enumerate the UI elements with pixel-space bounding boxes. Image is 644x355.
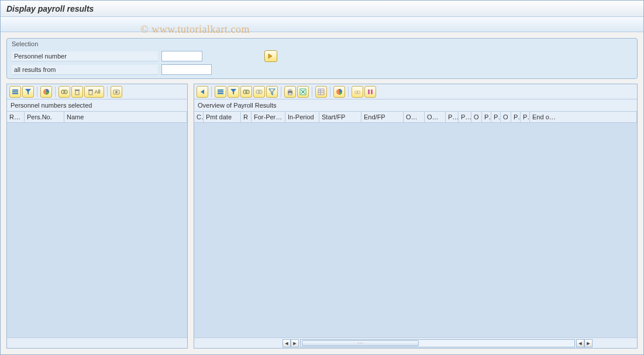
- left-col-r[interactable]: R…: [7, 112, 25, 122]
- all-results-from-input[interactable]: [161, 64, 212, 75]
- svg-rect-1: [12, 91, 18, 92]
- delete-all-button[interactable]: All: [84, 86, 104, 98]
- right-col-p1[interactable]: P…: [446, 112, 459, 122]
- svg-rect-14: [218, 93, 223, 94]
- horizontal-scrollbar[interactable]: [300, 339, 575, 347]
- right-col-p2[interactable]: P…: [459, 112, 471, 122]
- arrow-right-icon: [267, 53, 274, 60]
- all-label: All: [94, 89, 100, 95]
- right-col-startfp[interactable]: Start/FP: [319, 112, 361, 122]
- details-icon: [217, 88, 224, 95]
- sort-button[interactable]: [228, 86, 239, 98]
- right-col-oc2[interactable]: OC …: [425, 112, 446, 122]
- scroll-right-end-button[interactable]: ►: [584, 339, 593, 347]
- trash-icon: [88, 88, 94, 95]
- right-col-forperiod[interactable]: For-Peri…: [252, 112, 285, 122]
- right-col-c[interactable]: C: [194, 112, 204, 122]
- details-button[interactable]: [215, 86, 226, 98]
- toolbar-separator: [107, 87, 108, 97]
- right-col-o1[interactable]: O: [471, 112, 482, 122]
- toolbar-separator: [211, 87, 212, 97]
- print-button[interactable]: [284, 86, 296, 98]
- pie-chart-icon: [336, 88, 343, 95]
- column-button[interactable]: [364, 86, 376, 98]
- right-grid-header: C Pmt date R For-Peri… In-Period Start/F…: [194, 111, 637, 123]
- selection-group-label: Selection: [7, 39, 637, 49]
- svg-point-5: [64, 90, 67, 94]
- right-col-p3[interactable]: P: [482, 112, 491, 122]
- right-col-o2[interactable]: O: [501, 112, 511, 122]
- svg-rect-30: [368, 89, 370, 94]
- excel-icon: [299, 88, 306, 95]
- application-toolbar: [1, 17, 643, 32]
- svg-point-18: [259, 90, 262, 94]
- left-scroll-footer: [7, 337, 187, 348]
- graphics-button[interactable]: [333, 86, 345, 98]
- personnel-number-input[interactable]: [161, 51, 202, 61]
- camera-icon: [113, 88, 120, 95]
- right-toolbar: [194, 84, 637, 99]
- svg-rect-31: [371, 89, 373, 94]
- right-col-oc1[interactable]: OC …: [404, 112, 425, 122]
- set-filter-button[interactable]: [266, 86, 278, 98]
- graphics-button[interactable]: [40, 86, 52, 98]
- left-grid-header: R… Pers.No. Name: [7, 111, 187, 123]
- expand-button[interactable]: [352, 86, 363, 98]
- page-title: Display payroll results: [6, 4, 94, 13]
- find-button[interactable]: [58, 86, 70, 98]
- right-col-r[interactable]: R: [241, 112, 252, 122]
- scroll-right-button[interactable]: ►: [291, 339, 299, 347]
- left-panel-title: Personnel numbers selected: [7, 99, 187, 111]
- right-col-inperiod[interactable]: In-Period: [285, 112, 319, 122]
- scroll-left-end-button[interactable]: ◄: [576, 339, 584, 347]
- photo-button[interactable]: [111, 86, 122, 98]
- binoculars-icon: [243, 88, 250, 95]
- back-button[interactable]: [197, 86, 208, 98]
- toolbar-separator: [281, 87, 281, 97]
- delete-button[interactable]: [71, 86, 83, 98]
- right-col-p4[interactable]: P: [491, 112, 501, 122]
- personnel-number-label: Personnel number: [12, 51, 158, 61]
- toolbar-separator: [330, 87, 330, 97]
- left-col-name[interactable]: Name: [64, 112, 187, 122]
- right-col-pmtdate[interactable]: Pmt date: [204, 112, 241, 122]
- export-button[interactable]: [297, 86, 309, 98]
- right-scroll-footer: ◄ ► ◄ ►: [194, 337, 637, 348]
- all-results-from-label: all results from: [12, 65, 158, 75]
- right-col-endof[interactable]: End o…: [530, 112, 637, 122]
- details-button[interactable]: [9, 86, 21, 98]
- toolbar-separator: [55, 87, 56, 97]
- title-bar: Display payroll results: [1, 1, 643, 17]
- svg-rect-13: [218, 91, 223, 92]
- trash-icon: [74, 88, 81, 95]
- svg-rect-7: [75, 89, 80, 91]
- binoculars-icon: [61, 88, 68, 95]
- svg-rect-8: [89, 91, 92, 95]
- layout-button[interactable]: [315, 86, 327, 98]
- scrollbar-thumb[interactable]: [302, 340, 419, 346]
- printer-icon: [287, 88, 294, 95]
- multiple-selection-button[interactable]: [264, 50, 277, 62]
- scroll-left-button[interactable]: ◄: [283, 339, 291, 347]
- find-button[interactable]: [240, 86, 252, 98]
- right-panel-title: Overview of Payroll Results: [194, 99, 637, 111]
- details-icon: [12, 88, 19, 95]
- svg-rect-0: [12, 89, 18, 91]
- svg-rect-9: [88, 89, 93, 91]
- filter-button[interactable]: [22, 86, 34, 98]
- binoculars-plus-icon: [256, 88, 263, 95]
- toolbar-separator: [312, 87, 312, 97]
- right-grid-body[interactable]: [194, 123, 637, 337]
- filter-icon: [268, 88, 275, 95]
- funnel-icon: [25, 88, 32, 95]
- selection-group: Selection Personnel number all results f…: [6, 38, 638, 79]
- toolbar-separator: [37, 87, 37, 97]
- find-next-button[interactable]: [253, 86, 265, 98]
- left-col-persno[interactable]: Pers.No.: [25, 112, 64, 122]
- right-col-endfp[interactable]: End/FP: [361, 112, 404, 122]
- funnel-icon: [230, 88, 237, 95]
- left-grid-body[interactable]: [7, 123, 187, 337]
- grid-icon: [318, 88, 325, 95]
- right-col-p5[interactable]: P: [511, 112, 521, 122]
- right-col-p6[interactable]: P: [521, 112, 530, 122]
